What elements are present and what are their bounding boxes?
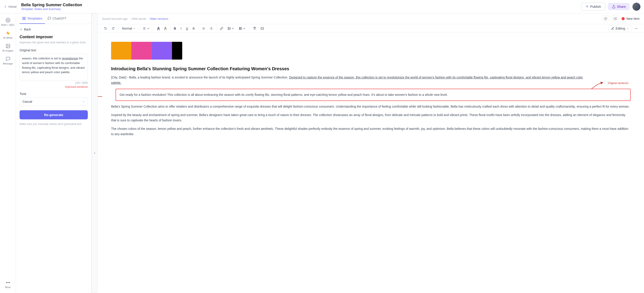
divider-4 <box>170 26 170 31</box>
svg-point-4 <box>8 282 8 283</box>
more-options-button[interactable] <box>633 26 640 31</box>
text-color-button[interactable]: A <box>155 26 162 31</box>
format-toolbar: Normal A A B I U S <box>98 24 644 33</box>
underlined-text: Designed to capture the essence of the s… <box>111 76 583 84</box>
sidebar-item-message[interactable]: Message <box>0 55 16 67</box>
panel-body: Back Content improver Improves the given… <box>16 24 91 293</box>
document-info: Saved seconds ago 1566 words Older versi… <box>102 17 168 20</box>
svg-point-35 <box>635 28 636 29</box>
para1-wrapper: [City, Date] - Bella, a leading fashion … <box>111 75 586 86</box>
svg-point-19 <box>202 28 203 28</box>
user-mention-button[interactable] <box>602 15 609 22</box>
document-para2: Bella's Spring Summer Collection aims to… <box>111 104 631 109</box>
home-button[interactable]: Home <box>4 5 17 8</box>
sidebar-item-ai-images[interactable]: AI Images <box>0 42 16 54</box>
user-avatar[interactable] <box>632 3 640 11</box>
align-icon <box>143 27 146 30</box>
image-stripe-4 <box>172 42 182 60</box>
svg-point-12 <box>615 18 616 19</box>
sidebar-item-ai-writer[interactable]: AI Writer <box>0 29 16 41</box>
table-button[interactable] <box>237 26 248 31</box>
image-insert-button[interactable] <box>226 26 236 31</box>
tab-chatgpt[interactable]: ChatGPT <box>45 13 69 24</box>
annotation-original-label: Original sentence <box>608 82 628 85</box>
svg-rect-9 <box>24 19 25 20</box>
svg-point-37 <box>637 28 637 29</box>
original-text-label: Original text <box>20 48 88 52</box>
template-subtitle: Template: Notes and Summary <box>21 7 581 11</box>
new-item-dot <box>622 17 625 20</box>
sidebar-item-more[interactable]: More <box>0 278 16 290</box>
document-header-image <box>111 42 182 60</box>
italic-button[interactable]: I <box>179 26 183 31</box>
word-count: 1566 words <box>131 17 146 20</box>
editing-mode-button[interactable]: Editing <box>608 26 632 31</box>
sidebar-item-label-more: More <box>5 286 11 288</box>
embed-button[interactable] <box>259 26 266 31</box>
saved-status: Saved seconds ago <box>102 17 128 20</box>
chevron-down-editing-icon <box>626 27 629 30</box>
tab-chatgpt-label: ChatGPT <box>52 16 66 20</box>
svg-rect-7 <box>24 17 25 18</box>
tab-templates[interactable]: Templates <box>20 13 45 24</box>
sidebar-item-brief-seo[interactable]: Brief + SEO <box>0 16 16 28</box>
image-insert-icon <box>228 27 231 30</box>
regenerate-button[interactable]: Re-generate <box>20 110 88 120</box>
svg-text:3: 3 <box>210 29 210 30</box>
chevron-down-image-icon <box>231 27 234 30</box>
chevron-down-table-icon <box>243 27 246 30</box>
title-group: Bella Spring Summer Collection Template:… <box>21 3 581 11</box>
image-icon <box>6 44 10 48</box>
svg-point-3 <box>6 282 7 283</box>
tab-templates-label: Templates <box>27 16 42 20</box>
original-text-field[interactable]: season, this collection is set to revolu… <box>20 54 88 80</box>
chatgpt-icon <box>48 17 51 20</box>
image-stripe-1 <box>111 42 131 60</box>
tone-select[interactable]: Casual Formal Friendly Professional <box>20 97 88 106</box>
underline-button[interactable]: U <box>184 26 190 31</box>
svg-point-10 <box>605 18 606 19</box>
bullet-list-icon <box>202 27 205 30</box>
bullet-list-button[interactable] <box>200 26 207 31</box>
link-icon <box>220 27 223 30</box>
image-button[interactable] <box>612 15 619 22</box>
link-button[interactable] <box>218 26 225 31</box>
bold-button[interactable]: B <box>172 26 178 31</box>
publish-button[interactable]: Publish <box>581 3 605 10</box>
older-versions-link[interactable]: Older versions <box>150 17 168 20</box>
collapse-panel-button[interactable] <box>92 13 98 293</box>
svg-point-29 <box>228 28 229 28</box>
highlight-button[interactable]: A <box>162 26 168 31</box>
improved-text-box: Get ready for a fashion revolution! This… <box>116 89 631 101</box>
editor-info-bar: Saved seconds ago 1566 words Older versi… <box>98 13 644 24</box>
back-button[interactable]: Back <box>20 28 88 31</box>
bolt-icon <box>6 31 10 36</box>
svg-rect-8 <box>23 19 24 20</box>
svg-rect-30 <box>239 27 242 30</box>
clear-format-button[interactable] <box>251 26 258 31</box>
improved-text-wrapper: Get ready for a fashion revolution! This… <box>116 89 631 101</box>
divider-6 <box>216 26 216 31</box>
align-button[interactable] <box>141 26 152 31</box>
original-text-content: season, this collection is set to revolu… <box>22 57 85 74</box>
improved-text-content: Get ready for a fashion revolution! This… <box>120 93 448 96</box>
tone-label: Tone <box>20 92 88 96</box>
panel-section-title: Content improver <box>20 35 88 39</box>
new-item-button[interactable]: New Item <box>622 17 640 20</box>
editor-content[interactable]: Introducing Bella's Stunning Spring Summ… <box>98 33 644 293</box>
topbar: Home Bella Spring Summer Collection Temp… <box>0 0 644 13</box>
more-icon <box>6 280 10 285</box>
camera-icon <box>614 17 617 20</box>
editing-label: Editing <box>616 27 625 30</box>
template-link[interactable]: Notes and Summary <box>34 7 61 11</box>
share-button[interactable]: Share <box>608 3 630 10</box>
document-para3: Inspired by the beauty and enchantment o… <box>111 112 631 123</box>
panel-note: Make sure you manually review all AI gen… <box>20 122 88 126</box>
undo-button[interactable] <box>102 26 109 31</box>
text-style-select[interactable]: Normal <box>120 26 137 31</box>
sidebar: Brief + SEO AI Writer AI Images Message … <box>0 13 16 293</box>
redo-button[interactable] <box>110 26 116 31</box>
numbered-list-button[interactable]: 123 <box>208 26 214 31</box>
strikethrough-button[interactable]: S <box>191 26 196 31</box>
sidebar-item-label-ai-images: AI Images <box>2 49 14 52</box>
